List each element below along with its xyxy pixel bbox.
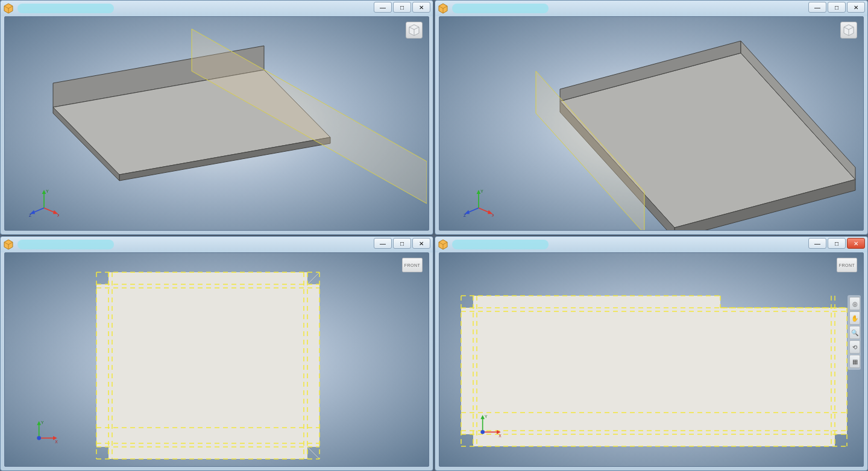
pan-button[interactable]: ✋ bbox=[849, 311, 860, 325]
titlebar[interactable]: — □ ✕ bbox=[435, 237, 867, 252]
svg-rect-72 bbox=[835, 308, 847, 434]
svg-marker-24 bbox=[741, 41, 855, 179]
window-bottom-right: — □ ✕ FRONT ◎ ✋ 🔍 ⟲ ▦ bbox=[435, 236, 868, 471]
window-bottom-left: — □ ✕ FRONT bbox=[0, 236, 433, 471]
look-at-button[interactable]: ▦ bbox=[849, 355, 860, 368]
svg-marker-14 bbox=[30, 210, 35, 214]
svg-rect-68 bbox=[473, 308, 835, 434]
titlebar[interactable]: — □ ✕ bbox=[435, 1, 867, 16]
svg-rect-40 bbox=[108, 272, 307, 284]
maximize-button[interactable]: □ bbox=[393, 238, 411, 249]
svg-line-45 bbox=[307, 447, 319, 459]
flat-pattern-wide bbox=[458, 286, 855, 467]
svg-rect-43 bbox=[307, 284, 319, 447]
window-controls: — □ ✕ bbox=[374, 238, 430, 249]
viewport-iso[interactable]: X Y Z bbox=[4, 16, 429, 231]
svg-text:Z: Z bbox=[464, 213, 466, 217]
svg-line-32 bbox=[467, 208, 479, 213]
titlebar[interactable]: — □ ✕ bbox=[1, 1, 433, 16]
svg-marker-22 bbox=[560, 53, 855, 228]
flat-pattern bbox=[95, 271, 348, 467]
close-button[interactable]: ✕ bbox=[847, 238, 865, 249]
axis-triad-icon: X Y Z bbox=[464, 188, 494, 218]
title-text bbox=[17, 240, 114, 249]
title-text bbox=[17, 4, 114, 13]
svg-text:Y: Y bbox=[46, 189, 49, 193]
svg-marker-90 bbox=[480, 415, 485, 419]
svg-rect-39 bbox=[108, 284, 307, 447]
view-cube-icon[interactable] bbox=[840, 22, 857, 39]
window-controls: — □ ✕ bbox=[808, 2, 865, 13]
svg-marker-6 bbox=[119, 137, 330, 181]
titlebar[interactable]: — □ ✕ bbox=[1, 237, 433, 252]
svg-point-93 bbox=[480, 430, 485, 434]
svg-line-44 bbox=[307, 272, 319, 284]
svg-rect-69 bbox=[473, 296, 720, 308]
svg-text:X: X bbox=[57, 213, 59, 217]
svg-line-13 bbox=[32, 208, 44, 213]
svg-marker-31 bbox=[488, 210, 492, 214]
svg-rect-70 bbox=[473, 434, 835, 446]
svg-rect-42 bbox=[96, 284, 108, 447]
svg-marker-8 bbox=[192, 29, 427, 204]
axis-triad-icon: X Y Z bbox=[29, 188, 59, 218]
view-cube-front-icon[interactable]: FRONT bbox=[837, 258, 857, 272]
nav-wheel-button[interactable]: ◎ bbox=[849, 297, 860, 310]
window-top-right: — □ ✕ bbox=[435, 0, 868, 235]
viewport-front[interactable]: FRONT bbox=[4, 252, 429, 467]
view-cube-front-icon[interactable]: FRONT bbox=[402, 258, 423, 272]
minimize-button[interactable]: — bbox=[808, 238, 826, 249]
svg-marker-33 bbox=[465, 210, 470, 214]
svg-text:Y: Y bbox=[480, 189, 483, 193]
zoom-button[interactable]: 🔍 bbox=[849, 326, 860, 339]
desktop: — □ ✕ bbox=[0, 0, 868, 471]
svg-marker-12 bbox=[53, 210, 58, 214]
svg-marker-7 bbox=[53, 107, 119, 181]
window-top-left: — □ ✕ bbox=[0, 0, 433, 235]
svg-marker-4 bbox=[53, 46, 264, 107]
svg-marker-25 bbox=[675, 179, 855, 231]
close-button[interactable]: ✕ bbox=[847, 2, 865, 13]
svg-marker-27 bbox=[536, 71, 644, 231]
close-button[interactable]: ✕ bbox=[412, 238, 430, 249]
viewport-iso[interactable]: X Y Z bbox=[439, 16, 864, 231]
svg-marker-62 bbox=[53, 436, 57, 440]
window-controls: — □ ✕ bbox=[374, 2, 430, 13]
axis-triad-2d-icon: X Y bbox=[29, 418, 59, 448]
axis-triad-2d-icon: X Y bbox=[473, 412, 503, 442]
svg-text:X: X bbox=[498, 434, 502, 438]
svg-marker-29 bbox=[477, 190, 481, 194]
app-icon bbox=[3, 3, 14, 14]
svg-marker-10 bbox=[42, 190, 46, 194]
maximize-button[interactable]: □ bbox=[828, 238, 846, 249]
svg-line-11 bbox=[44, 208, 56, 213]
orbit-button[interactable]: ⟲ bbox=[849, 340, 860, 354]
minimize-button[interactable]: — bbox=[808, 2, 826, 13]
title-text bbox=[452, 240, 549, 249]
navigation-bar: ◎ ✋ 🔍 ⟲ ▦ bbox=[848, 295, 861, 370]
svg-marker-26 bbox=[560, 101, 675, 231]
minimize-button[interactable]: — bbox=[374, 2, 392, 13]
app-icon bbox=[438, 3, 448, 14]
sheet-metal-part-iso bbox=[17, 23, 427, 231]
svg-text:X: X bbox=[55, 440, 58, 444]
viewport-front[interactable]: FRONT ◎ ✋ 🔍 ⟲ ▦ bbox=[439, 252, 864, 467]
svg-text:Y: Y bbox=[41, 420, 44, 425]
close-button[interactable]: ✕ bbox=[412, 2, 430, 13]
window-controls: — □ ✕ bbox=[808, 238, 865, 249]
app-icon bbox=[438, 239, 448, 250]
svg-marker-23 bbox=[560, 41, 741, 101]
sheet-metal-tray-iso bbox=[482, 29, 864, 231]
svg-text:X: X bbox=[492, 213, 494, 217]
svg-point-63 bbox=[37, 436, 41, 440]
svg-marker-5 bbox=[53, 70, 330, 175]
app-icon bbox=[3, 239, 14, 250]
maximize-button[interactable]: □ bbox=[393, 2, 411, 13]
svg-rect-71 bbox=[461, 308, 473, 434]
maximize-button[interactable]: □ bbox=[828, 2, 846, 13]
minimize-button[interactable]: — bbox=[374, 238, 392, 249]
svg-rect-41 bbox=[108, 447, 307, 459]
svg-text:Z: Z bbox=[29, 213, 31, 217]
view-cube-icon[interactable] bbox=[406, 22, 423, 39]
svg-rect-73 bbox=[720, 296, 847, 308]
